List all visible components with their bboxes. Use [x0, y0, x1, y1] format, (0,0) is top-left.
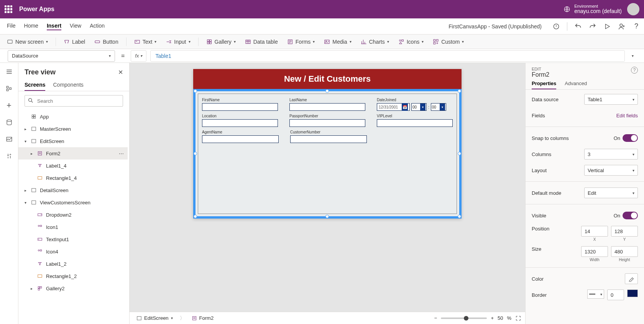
hour-dropdown[interactable]: 00▾	[411, 103, 427, 111]
menu-file[interactable]: File	[7, 23, 16, 30]
tree-item-icon4[interactable]: Icon4	[18, 245, 128, 258]
snap-toggle[interactable]	[623, 134, 638, 142]
breadcrumb-control[interactable]: Form2	[189, 314, 217, 322]
zoom-in-button[interactable]: +	[491, 315, 494, 321]
calendar-icon[interactable]: 📅	[402, 103, 408, 111]
tree-item-label12[interactable]: Label1_2	[18, 258, 128, 270]
resize-handle[interactable]	[194, 152, 197, 155]
close-icon[interactable]: ✕	[118, 69, 123, 76]
passport-input[interactable]	[289, 119, 365, 127]
info-icon[interactable]: ?	[631, 67, 638, 74]
media-menu[interactable]: Media▾	[321, 37, 354, 46]
pos-y-input[interactable]: 128	[611, 226, 638, 237]
tree-item-rect14[interactable]: Rectangle1_4	[18, 172, 128, 184]
share-icon[interactable]	[618, 23, 626, 30]
visible-toggle[interactable]	[623, 212, 638, 219]
tree-item-icon1[interactable]: Icon1	[18, 221, 128, 233]
border-color-swatch[interactable]	[627, 289, 638, 297]
tree-rail-icon[interactable]	[5, 84, 13, 93]
data-rail-icon[interactable]	[5, 118, 13, 127]
play-icon[interactable]	[603, 23, 611, 30]
tree-item-label14[interactable]: Label1_4	[18, 160, 128, 172]
waffle-icon[interactable]	[5, 5, 12, 13]
date-input[interactable]: 12/31/2001📅	[377, 103, 410, 111]
fx-button[interactable]: fx▾	[131, 50, 146, 62]
minute-dropdown[interactable]: 00▾	[431, 103, 446, 111]
columns-select[interactable]: 3▾	[584, 149, 638, 160]
resize-handle[interactable]	[325, 89, 329, 93]
breadcrumb-screen[interactable]: EditScreen▾	[133, 314, 176, 322]
lastname-input[interactable]	[289, 103, 365, 111]
border-width-input[interactable]: 0	[607, 289, 624, 300]
tree-tab-components[interactable]: Components	[53, 82, 83, 91]
property-selector[interactable]: DataSource ▾	[8, 50, 115, 62]
location-input[interactable]	[202, 119, 278, 127]
undo-icon[interactable]	[574, 23, 582, 30]
custnum-input[interactable]	[290, 135, 367, 143]
new-screen-button[interactable]: New screen▾	[4, 37, 51, 46]
help-icon[interactable]: ?	[632, 23, 640, 30]
layout-select[interactable]: Vertical▾	[584, 165, 638, 176]
prop-tab-advanced[interactable]: Advanced	[565, 81, 587, 89]
tree-item-dropdown2[interactable]: Dropdown2	[18, 209, 128, 221]
gallery-menu[interactable]: Gallery▾	[203, 37, 239, 46]
color-picker[interactable]	[625, 273, 638, 284]
forms-menu[interactable]: Forms▾	[284, 37, 318, 46]
border-style-select[interactable]: ▾	[587, 289, 604, 299]
environment-picker[interactable]: Environment enayu.com (default)	[564, 4, 622, 14]
defaultmode-select[interactable]: Edit▾	[584, 187, 638, 198]
tree-item-master[interactable]: ▸MasterScreen	[18, 123, 128, 135]
fit-icon[interactable]	[515, 315, 521, 321]
resize-handle[interactable]	[194, 89, 197, 93]
more-icon[interactable]: ⋯	[119, 151, 124, 156]
menu-action[interactable]: Action	[90, 23, 105, 30]
expand-formula-icon[interactable]: ▾	[629, 54, 636, 58]
menu-insert[interactable]: Insert	[47, 23, 61, 30]
menu-home[interactable]: Home	[24, 23, 38, 30]
custom-menu[interactable]: Custom▾	[430, 37, 467, 46]
canvas-frame[interactable]: New / Edit Customers FirstName	[193, 69, 462, 219]
datasource-select[interactable]: Table1▾	[584, 94, 638, 105]
resize-handle[interactable]	[325, 215, 329, 218]
vip-input[interactable]	[377, 119, 453, 127]
resize-handle[interactable]	[194, 215, 197, 218]
tree-tab-screens[interactable]: Screens	[25, 82, 45, 91]
height-input[interactable]: 480	[611, 246, 638, 257]
label-button[interactable]: Label	[61, 37, 88, 46]
tree-item-detail[interactable]: ▸DetailScreen	[18, 184, 128, 196]
tools-rail-icon[interactable]	[5, 152, 13, 160]
app-checker-icon[interactable]	[552, 23, 560, 30]
tree-item-rect12[interactable]: Rectangle1_2	[18, 270, 128, 282]
menu-view[interactable]: View	[70, 23, 81, 30]
tree-item-gallery2[interactable]: ▸Gallery2	[18, 282, 128, 294]
tree-item-view[interactable]: ▾ViewCustomersScreen	[18, 196, 128, 209]
form2-selection[interactable]: FirstName LastName DateJoined 12/31/200	[193, 89, 462, 219]
media-rail-icon[interactable]	[5, 135, 13, 143]
zoom-out-button[interactable]: −	[434, 315, 437, 321]
firstname-input[interactable]	[202, 103, 278, 111]
tree-item-textinput1[interactable]: TextInput1	[18, 233, 128, 245]
redo-icon[interactable]	[589, 23, 596, 30]
edit-fields-link[interactable]: Edit fields	[616, 113, 638, 118]
pos-x-input[interactable]: 14	[581, 226, 608, 237]
hamburger-icon[interactable]	[5, 67, 13, 76]
button-button[interactable]: Button	[91, 37, 121, 46]
avatar[interactable]	[627, 3, 639, 15]
charts-menu[interactable]: Charts▾	[358, 37, 392, 46]
zoom-slider[interactable]	[441, 317, 487, 319]
icons-menu[interactable]: Icons▾	[395, 37, 427, 46]
tree-item-edit[interactable]: ▾EditScreen	[18, 135, 128, 147]
formula-input[interactable]: Table1	[150, 50, 625, 62]
resize-handle[interactable]	[458, 89, 461, 93]
text-menu[interactable]: Text▾	[131, 37, 160, 46]
insert-rail-icon[interactable]: +	[5, 101, 13, 110]
tree-item-app[interactable]: App	[18, 110, 128, 123]
datatable-button[interactable]: Data table	[242, 37, 281, 46]
agent-input[interactable]	[202, 135, 279, 143]
input-menu[interactable]: Input▾	[163, 37, 193, 46]
tree-item-form2[interactable]: ▸Form2⋯	[18, 147, 128, 160]
width-input[interactable]: 1320	[581, 246, 608, 257]
search-input[interactable]	[25, 95, 123, 107]
prop-tab-properties[interactable]: Properties	[532, 81, 556, 89]
resize-handle[interactable]	[458, 215, 461, 218]
